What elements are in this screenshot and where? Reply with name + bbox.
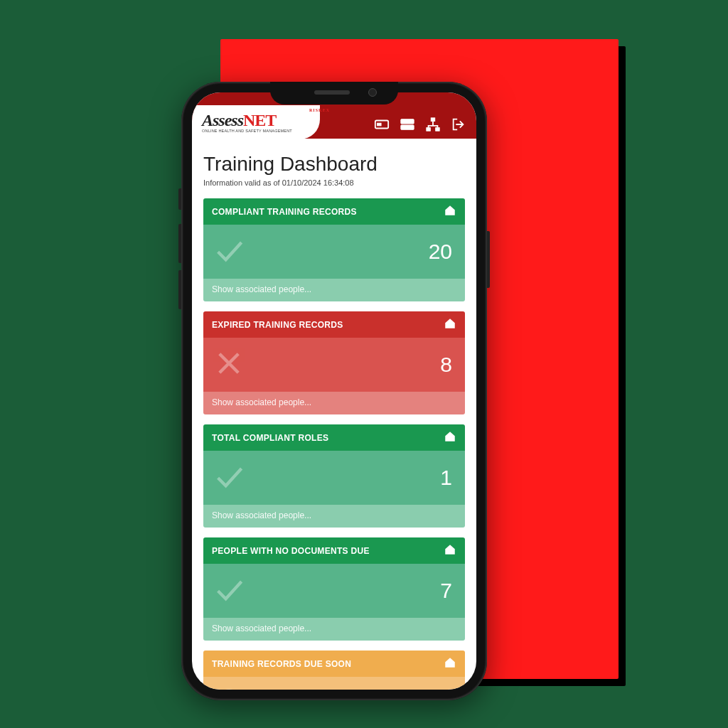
svg-rect-3	[401, 125, 414, 129]
check-icon	[213, 574, 245, 608]
card-title: PEOPLE WITH NO DOCUMENTS DUE	[212, 546, 370, 556]
svg-rect-4	[431, 118, 435, 122]
logo-text: AssessNET RISKEX	[202, 113, 313, 129]
svg-rect-6	[436, 128, 440, 132]
app-screen: AssessNET RISKEX ONLINE HEALTH AND SAFET…	[192, 92, 476, 690]
card-header: TRAINING RECORDS DUE SOON	[203, 651, 465, 677]
home-icon[interactable]	[444, 543, 456, 558]
sitemap-icon[interactable]	[425, 117, 441, 135]
card-title: EXPIRED TRAINING RECORDS	[212, 320, 343, 330]
dashboard-card-no-documents-due[interactable]: PEOPLE WITH NO DOCUMENTS DUE 7 Show asso…	[203, 537, 465, 641]
card-value: 8	[440, 353, 452, 377]
card-footer-link[interactable]: Show associated people...	[203, 618, 465, 641]
card-body: 7	[203, 564, 465, 618]
card-header: COMPLIANT TRAINING RECORDS	[203, 198, 465, 225]
page-subtitle: Information valid as of 01/10/2024 16:34…	[203, 178, 465, 187]
card-value: 20	[429, 240, 452, 264]
cross-icon	[213, 348, 245, 382]
page-content: Training Dashboard Information valid as …	[192, 139, 476, 690]
dashboard-card-due-soon[interactable]: TRAINING RECORDS DUE SOON 4 Show associa…	[203, 651, 465, 690]
svg-rect-1	[378, 123, 382, 126]
card-header: EXPIRED TRAINING RECORDS	[203, 311, 465, 338]
app-header: AssessNET RISKEX ONLINE HEALTH AND SAFET…	[192, 92, 476, 139]
card-body: 8	[203, 338, 465, 392]
check-icon	[213, 461, 245, 495]
phone-side-button	[178, 188, 181, 210]
dashboard-card-expired-training[interactable]: EXPIRED TRAINING RECORDS 8 Show associat…	[203, 311, 465, 414]
card-footer-link[interactable]: Show associated people...	[203, 505, 465, 528]
dashboard-card-compliant-roles[interactable]: TOTAL COMPLIANT ROLES 1 Show associated …	[203, 424, 465, 528]
dashboard-card-compliant-training[interactable]: COMPLIANT TRAINING RECORDS 20 Show assoc…	[203, 198, 465, 301]
phone-side-button	[178, 224, 181, 263]
home-icon[interactable]	[444, 204, 456, 219]
card-title: TRAINING RECORDS DUE SOON	[212, 659, 351, 669]
home-icon[interactable]	[444, 430, 456, 445]
card-header: PEOPLE WITH NO DOCUMENTS DUE	[203, 537, 465, 564]
logo-tag: RISKEX	[309, 109, 330, 112]
phone-mockup: AssessNET RISKEX ONLINE HEALTH AND SAFET…	[181, 82, 487, 700]
logo-subtitle: ONLINE HEALTH AND SAFETY MANAGEMENT	[202, 129, 313, 133]
home-icon[interactable]	[444, 317, 456, 332]
logout-icon[interactable]	[451, 117, 466, 135]
home-icon[interactable]	[444, 656, 456, 671]
clock-icon	[213, 687, 245, 690]
card-body: 1	[203, 451, 465, 505]
page-title: Training Dashboard	[203, 153, 465, 176]
check-icon	[213, 235, 245, 269]
card-value: 7	[440, 579, 452, 603]
card-footer-link[interactable]: Show associated people...	[203, 279, 465, 301]
card-header: TOTAL COMPLIANT ROLES	[203, 424, 465, 451]
card-title: COMPLIANT TRAINING RECORDS	[212, 207, 357, 217]
card-value: 1	[440, 466, 452, 490]
phone-camera	[368, 88, 377, 97]
card-body: 20	[203, 225, 465, 279]
card-body: 4	[203, 677, 465, 690]
card-icon[interactable]	[374, 117, 390, 135]
card-title: TOTAL COMPLIANT ROLES	[212, 433, 328, 443]
phone-speaker	[314, 90, 350, 95]
svg-rect-5	[427, 128, 431, 132]
list-icon[interactable]	[400, 117, 415, 135]
card-footer-link[interactable]: Show associated people...	[203, 392, 465, 414]
svg-rect-2	[401, 119, 414, 124]
phone-side-button	[178, 270, 181, 309]
phone-side-button	[487, 231, 490, 288]
app-logo[interactable]: AssessNET RISKEX ONLINE HEALTH AND SAFET…	[192, 105, 320, 139]
